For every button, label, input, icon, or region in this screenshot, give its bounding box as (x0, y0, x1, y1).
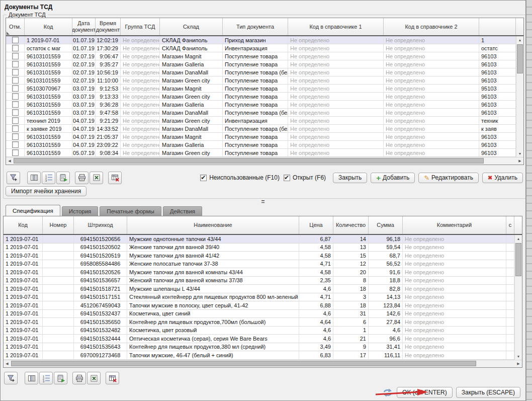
row-checkbox[interactable] (12, 53, 19, 59)
horizontal-scrollbar[interactable]: ◀ ▶ (6, 157, 523, 165)
column-header[interactable]: Код в справочнике 2 (384, 18, 479, 35)
checkbox-icon[interactable] (200, 175, 207, 181)
row-checkbox[interactable] (12, 69, 19, 75)
export-excel-icon[interactable] (90, 172, 103, 184)
export-calc-icon[interactable] (54, 372, 67, 384)
table-row[interactable]: 1 2019-07-0101.07.1912:02:19Не определен… (6, 36, 517, 44)
column-header[interactable]: Номер (43, 216, 74, 234)
column-header[interactable]: Количество (333, 216, 369, 234)
close-escape-button[interactable]: Закрыть (ESCAPE) (456, 387, 520, 398)
horizontal-scrollbar[interactable]: ◀ ▶ (4, 360, 522, 367)
table-row[interactable]: 1 2019-07-016941501532437Косметичка, цве… (4, 310, 515, 318)
row-checkbox[interactable] (12, 85, 19, 92)
row-checkbox[interactable] (12, 149, 19, 156)
clear-grid-icon[interactable] (106, 372, 119, 384)
table-row[interactable]: 1 2019-07-016941501520502Женские тапочки… (4, 244, 515, 252)
column-header[interactable]: Склад (160, 18, 223, 35)
column-header[interactable]: Наименование (127, 216, 299, 234)
scrollbar-thumb[interactable] (11, 361, 476, 366)
column-setup-icon[interactable] (25, 372, 38, 384)
table-row[interactable]: 9610310155903.07.199:13:33Не определеноМ… (6, 93, 517, 101)
export-excel-icon[interactable] (87, 372, 101, 384)
table-row[interactable]: 1 2019-07-016941501535643Контейнер для п… (4, 343, 515, 352)
vertical-scrollbar[interactable]: ▲ ▼ (514, 235, 522, 360)
table-row[interactable]: 1 2019-07-016941501520656Мужские однотон… (4, 235, 515, 244)
column-header[interactable]: Штрихкод (74, 216, 127, 234)
scroll-left-arrow-icon[interactable]: ◀ (6, 157, 13, 165)
column-header[interactable]: Код (4, 216, 43, 234)
row-checkbox[interactable] (12, 101, 19, 108)
checkbox-icon[interactable] (284, 175, 290, 181)
table-row[interactable]: 9610310155903.07.199:47:58Не определеноМ… (6, 109, 517, 117)
export-calc-icon[interactable] (56, 172, 70, 184)
table-row[interactable]: 1 2019-07-016941501517151Стеклянный конт… (4, 293, 515, 302)
filter-checkbox-1[interactable]: Открыт (F6) (284, 174, 326, 181)
row-numbering-icon[interactable]: 123 (42, 172, 55, 184)
row-checkbox[interactable] (12, 133, 19, 140)
clear-grid-icon[interactable] (108, 172, 122, 184)
row-checkbox[interactable] (12, 125, 19, 132)
edit-button[interactable]: ✎Редактировать (418, 173, 479, 183)
tab-0[interactable]: Спецификация (6, 205, 60, 216)
filter-add-icon[interactable] (4, 372, 18, 384)
table-row[interactable]: 9610310155902.07.199:06:47Не определеноМ… (6, 52, 517, 60)
column-setup-icon[interactable] (27, 172, 41, 184)
row-checkbox[interactable] (12, 117, 19, 124)
table-row[interactable]: 9610310155902.07.1910:56:19Не определено… (6, 68, 517, 76)
tab-2[interactable]: Печатные формы (100, 206, 161, 216)
row-checkbox[interactable] (12, 77, 19, 84)
column-header[interactable]: Комментарий (403, 216, 506, 234)
column-header[interactable]: Код (25, 18, 72, 35)
tab-1[interactable]: История (62, 206, 99, 216)
table-row[interactable]: 1 2019-07-016941501535650Контейнер для п… (4, 318, 515, 327)
table-row[interactable]: к заявке 201904.07.1914:33:52Не определе… (6, 125, 517, 133)
table-row[interactable]: 1 2019-07-016941501518721Мужские шлепанц… (4, 285, 515, 293)
table-row[interactable]: 1 2019-07-016941501532444Оптическая косм… (4, 335, 515, 343)
panel-splitter-handle[interactable]: = (1, 199, 525, 205)
vertical-scrollbar[interactable]: ▲ ▼ (516, 36, 523, 157)
delete-button[interactable]: ✖Удалить (482, 173, 523, 183)
print-icon[interactable] (72, 372, 86, 384)
table-row[interactable]: 1 2019-07-016970091273468Тапочки мужские… (4, 351, 515, 360)
tab-3[interactable]: Действия (163, 206, 202, 216)
scroll-up-arrow-icon[interactable]: ▲ (515, 235, 522, 242)
scrollbar-thumb[interactable] (517, 44, 523, 73)
column-header[interactable]: с (506, 216, 514, 234)
row-checkbox[interactable] (12, 61, 19, 67)
column-header[interactable]: Группа ТСД (121, 18, 160, 35)
scroll-right-arrow-icon[interactable]: ▶ (516, 157, 523, 165)
table-row[interactable]: 1 2019-07-016941501520519Мужские тапочки… (4, 252, 515, 260)
scroll-left-arrow-icon[interactable]: ◀ (4, 360, 11, 367)
scroll-right-arrow-icon[interactable]: ▶ (515, 360, 522, 367)
row-numbering-icon[interactable]: 123 (39, 372, 53, 384)
column-header[interactable]: Тип документа (223, 18, 288, 35)
column-header[interactable]: Дата документ (72, 18, 96, 35)
table-row[interactable]: 9510307096703.07.199:12:53Не определеноМ… (6, 85, 517, 93)
column-header[interactable]: Время документ (96, 18, 121, 35)
table-row[interactable]: 1 2019-07-016941501532482Косметичка, цве… (4, 327, 515, 335)
column-header[interactable]: Сумма (369, 216, 403, 234)
print-icon[interactable] (75, 172, 88, 184)
table-row[interactable]: 9610310155904.07.1921:05:37Не определено… (6, 133, 517, 141)
table-row[interactable]: 1 2019-07-014512067459043Тапочки мужские… (4, 301, 515, 310)
scroll-down-arrow-icon[interactable]: ▼ (516, 150, 523, 157)
close-button[interactable]: Закрыть (333, 173, 367, 183)
row-checkbox[interactable] (12, 109, 19, 116)
column-header[interactable]: Код в справочнике 1 (288, 18, 384, 35)
table-row[interactable]: 9610310155904.07.1923:09:22Не определено… (6, 141, 517, 149)
table-row[interactable]: 9610310155902.07.199:35:27Не определеноМ… (6, 60, 517, 68)
table-row[interactable]: 1 2019-07-016958085584486Женские полосат… (4, 260, 515, 269)
import-storage-cell-button[interactable]: Импорт ячейки хранения (6, 186, 86, 196)
row-checkbox[interactable] (12, 45, 19, 51)
table-row[interactable]: техникп 201904.07.199:21:29Не определено… (6, 117, 517, 125)
scrollbar-thumb[interactable] (14, 158, 484, 164)
ok-button[interactable]: OK (ctrl ENTER) (397, 387, 453, 398)
table-row[interactable]: 1 2019-07-016941501536657Женский тапочки… (4, 277, 515, 285)
column-header[interactable]: Отм. (6, 18, 25, 35)
row-checkbox[interactable] (12, 141, 19, 148)
table-row[interactable]: 9610310155902.07.1911:10:00Не определено… (6, 76, 517, 85)
table-row[interactable]: остаток с маг01.07.1917:30:29Не определе… (6, 44, 517, 52)
column-header[interactable] (479, 18, 516, 35)
scroll-down-arrow-icon[interactable]: ▼ (515, 353, 522, 360)
row-checkbox[interactable] (12, 37, 19, 43)
